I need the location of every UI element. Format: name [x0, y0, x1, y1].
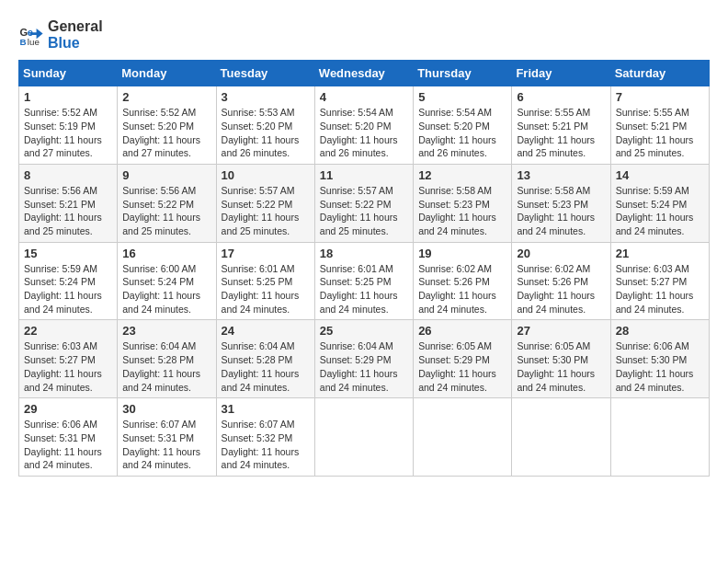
day-number: 16: [122, 247, 210, 260]
day-info: Sunrise: 6:05 AM Sunset: 5:30 PM Dayligh…: [517, 339, 605, 394]
day-cell: 14 Sunrise: 5:59 AM Sunset: 5:24 PM Dayl…: [610, 164, 709, 242]
day-number: 14: [616, 168, 704, 182]
day-number: 21: [616, 247, 704, 260]
day-info: Sunrise: 6:01 AM Sunset: 5:25 PM Dayligh…: [222, 262, 310, 316]
weekday-header-cell: Tuesday: [216, 61, 314, 86]
day-info: Sunrise: 6:03 AM Sunset: 5:27 PM Dayligh…: [616, 262, 704, 316]
day-cell: 18 Sunrise: 6:01 AM Sunset: 5:25 PM Dayl…: [314, 242, 413, 320]
day-cell: 2 Sunrise: 5:52 AM Sunset: 5:20 PM Dayli…: [118, 86, 216, 165]
day-cell: [610, 398, 709, 477]
day-number: 15: [24, 247, 112, 260]
day-number: 23: [122, 324, 210, 338]
week-row: 8 Sunrise: 5:56 AM Sunset: 5:21 PM Dayli…: [19, 164, 710, 242]
svg-text:B: B: [19, 37, 26, 47]
day-number: 24: [222, 324, 310, 338]
day-cell: 1 Sunrise: 5:52 AM Sunset: 5:19 PM Dayli…: [19, 86, 118, 165]
day-cell: 31 Sunrise: 6:07 AM Sunset: 5:32 PM Dayl…: [216, 398, 314, 477]
calendar-table: SundayMondayTuesdayWednesdayThursdayFrid…: [18, 60, 710, 477]
day-cell: 20 Sunrise: 6:02 AM Sunset: 5:26 PM Dayl…: [512, 242, 610, 320]
day-info: Sunrise: 5:57 AM Sunset: 5:22 PM Dayligh…: [320, 184, 408, 238]
weekday-header-row: SundayMondayTuesdayWednesdayThursdayFrid…: [19, 61, 710, 86]
day-number: 25: [320, 324, 408, 338]
weekday-header-cell: Friday: [512, 61, 610, 86]
day-cell: 28 Sunrise: 6:06 AM Sunset: 5:30 PM Dayl…: [610, 320, 709, 398]
day-number: 4: [320, 90, 408, 104]
day-number: 12: [418, 168, 506, 182]
week-row: 22 Sunrise: 6:03 AM Sunset: 5:27 PM Dayl…: [19, 320, 710, 398]
day-info: Sunrise: 6:06 AM Sunset: 5:30 PM Dayligh…: [616, 339, 704, 394]
day-number: 22: [24, 324, 112, 338]
calendar-body: 1 Sunrise: 5:52 AM Sunset: 5:19 PM Dayli…: [19, 86, 710, 477]
weekday-header-cell: Thursday: [414, 61, 512, 86]
day-number: 30: [122, 402, 210, 416]
day-cell: 27 Sunrise: 6:05 AM Sunset: 5:30 PM Dayl…: [512, 320, 610, 398]
day-cell: 8 Sunrise: 5:56 AM Sunset: 5:21 PM Dayli…: [19, 164, 118, 242]
day-info: Sunrise: 5:58 AM Sunset: 5:23 PM Dayligh…: [517, 184, 605, 238]
day-info: Sunrise: 6:04 AM Sunset: 5:28 PM Dayligh…: [222, 339, 310, 394]
weekday-header-cell: Saturday: [610, 61, 709, 86]
day-info: Sunrise: 5:59 AM Sunset: 5:24 PM Dayligh…: [616, 184, 704, 238]
day-cell: 4 Sunrise: 5:54 AM Sunset: 5:20 PM Dayli…: [314, 86, 413, 165]
day-number: 10: [222, 168, 310, 182]
day-number: 18: [320, 247, 408, 260]
day-info: Sunrise: 6:02 AM Sunset: 5:26 PM Dayligh…: [517, 262, 605, 316]
day-info: Sunrise: 6:04 AM Sunset: 5:29 PM Dayligh…: [320, 339, 408, 394]
day-cell: 13 Sunrise: 5:58 AM Sunset: 5:23 PM Dayl…: [512, 164, 610, 242]
day-number: 19: [418, 247, 506, 260]
day-number: 29: [24, 402, 112, 416]
day-number: 20: [517, 247, 605, 260]
weekday-header-cell: Sunday: [19, 61, 118, 86]
day-number: 7: [616, 90, 704, 104]
day-cell: 30 Sunrise: 6:07 AM Sunset: 5:31 PM Dayl…: [118, 398, 216, 477]
day-cell: 17 Sunrise: 6:01 AM Sunset: 5:25 PM Dayl…: [216, 242, 314, 320]
day-cell: 16 Sunrise: 6:00 AM Sunset: 5:24 PM Dayl…: [118, 242, 216, 320]
day-info: Sunrise: 6:04 AM Sunset: 5:28 PM Dayligh…: [122, 339, 210, 394]
day-cell: 29 Sunrise: 6:06 AM Sunset: 5:31 PM Dayl…: [19, 398, 118, 477]
logo-line1: General: [48, 18, 103, 35]
day-number: 31: [222, 402, 310, 416]
day-info: Sunrise: 5:58 AM Sunset: 5:23 PM Dayligh…: [418, 184, 506, 238]
day-info: Sunrise: 6:01 AM Sunset: 5:25 PM Dayligh…: [320, 262, 408, 316]
header: G e B lue General Blue: [18, 18, 710, 51]
day-info: Sunrise: 5:59 AM Sunset: 5:24 PM Dayligh…: [24, 262, 112, 316]
day-number: 1: [24, 90, 112, 104]
day-number: 11: [320, 168, 408, 182]
logo-line2: Blue: [48, 35, 103, 52]
day-info: Sunrise: 6:07 AM Sunset: 5:32 PM Dayligh…: [222, 418, 310, 472]
day-number: 8: [24, 168, 112, 182]
day-cell: 10 Sunrise: 5:57 AM Sunset: 5:22 PM Dayl…: [216, 164, 314, 242]
day-number: 3: [222, 90, 310, 104]
day-number: 2: [122, 90, 210, 104]
day-number: 6: [517, 90, 605, 104]
day-info: Sunrise: 5:57 AM Sunset: 5:22 PM Dayligh…: [222, 184, 310, 238]
day-number: 26: [418, 324, 506, 338]
day-number: 27: [517, 324, 605, 338]
svg-text:lue: lue: [28, 37, 40, 47]
day-cell: [414, 398, 512, 477]
weekday-header-cell: Monday: [118, 61, 216, 86]
day-info: Sunrise: 6:07 AM Sunset: 5:31 PM Dayligh…: [122, 418, 210, 472]
day-info: Sunrise: 6:02 AM Sunset: 5:26 PM Dayligh…: [418, 262, 506, 316]
day-cell: 3 Sunrise: 5:53 AM Sunset: 5:20 PM Dayli…: [216, 86, 314, 165]
day-info: Sunrise: 5:55 AM Sunset: 5:21 PM Dayligh…: [517, 106, 605, 160]
day-info: Sunrise: 5:54 AM Sunset: 5:20 PM Dayligh…: [418, 106, 506, 160]
day-cell: 26 Sunrise: 6:05 AM Sunset: 5:29 PM Dayl…: [414, 320, 512, 398]
day-info: Sunrise: 5:53 AM Sunset: 5:20 PM Dayligh…: [222, 106, 310, 160]
day-number: 28: [616, 324, 704, 338]
day-cell: 21 Sunrise: 6:03 AM Sunset: 5:27 PM Dayl…: [610, 242, 709, 320]
day-cell: 24 Sunrise: 6:04 AM Sunset: 5:28 PM Dayl…: [216, 320, 314, 398]
day-info: Sunrise: 5:52 AM Sunset: 5:19 PM Dayligh…: [24, 106, 112, 160]
logo-icon: G e B lue: [18, 22, 44, 48]
day-cell: 25 Sunrise: 6:04 AM Sunset: 5:29 PM Dayl…: [314, 320, 413, 398]
day-info: Sunrise: 5:52 AM Sunset: 5:20 PM Dayligh…: [122, 106, 210, 160]
day-number: 9: [122, 168, 210, 182]
day-cell: 22 Sunrise: 6:03 AM Sunset: 5:27 PM Dayl…: [19, 320, 118, 398]
weekday-header-cell: Wednesday: [314, 61, 413, 86]
day-info: Sunrise: 5:54 AM Sunset: 5:20 PM Dayligh…: [320, 106, 408, 160]
logo: G e B lue General Blue: [18, 18, 103, 51]
day-cell: 11 Sunrise: 5:57 AM Sunset: 5:22 PM Dayl…: [314, 164, 413, 242]
day-number: 13: [517, 168, 605, 182]
day-info: Sunrise: 5:56 AM Sunset: 5:22 PM Dayligh…: [122, 184, 210, 238]
day-cell: 23 Sunrise: 6:04 AM Sunset: 5:28 PM Dayl…: [118, 320, 216, 398]
day-cell: 9 Sunrise: 5:56 AM Sunset: 5:22 PM Dayli…: [118, 164, 216, 242]
